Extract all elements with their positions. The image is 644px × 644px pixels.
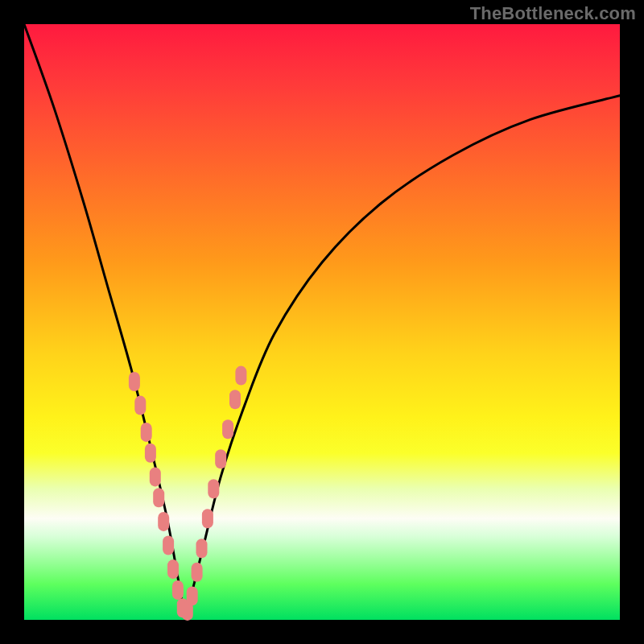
curve-marker xyxy=(229,390,241,409)
curve-marker xyxy=(158,512,169,531)
curve-marker xyxy=(215,449,226,469)
curve-marker xyxy=(141,423,152,442)
watermark-text: TheBottleneck.com xyxy=(470,3,636,24)
curve-marker xyxy=(208,479,219,498)
curve-marker xyxy=(196,539,208,558)
bottleneck-curve xyxy=(24,24,620,614)
curve-marker xyxy=(192,563,203,582)
curve-layer xyxy=(24,24,620,620)
curve-marker xyxy=(202,509,213,528)
curve-marker xyxy=(163,536,174,555)
curve-marker xyxy=(150,467,161,486)
curve-marker xyxy=(172,580,184,600)
curve-marker xyxy=(145,444,156,463)
curve-marker xyxy=(129,372,140,391)
curve-marker xyxy=(187,586,198,605)
plot-area xyxy=(24,24,620,620)
chart-frame: TheBottleneck.com xyxy=(0,0,644,644)
curve-marker xyxy=(167,559,179,579)
marker-group xyxy=(129,366,247,621)
curve-marker xyxy=(153,488,164,507)
curve-marker xyxy=(134,396,146,415)
curve-marker xyxy=(235,366,246,386)
curve-marker xyxy=(222,419,233,439)
